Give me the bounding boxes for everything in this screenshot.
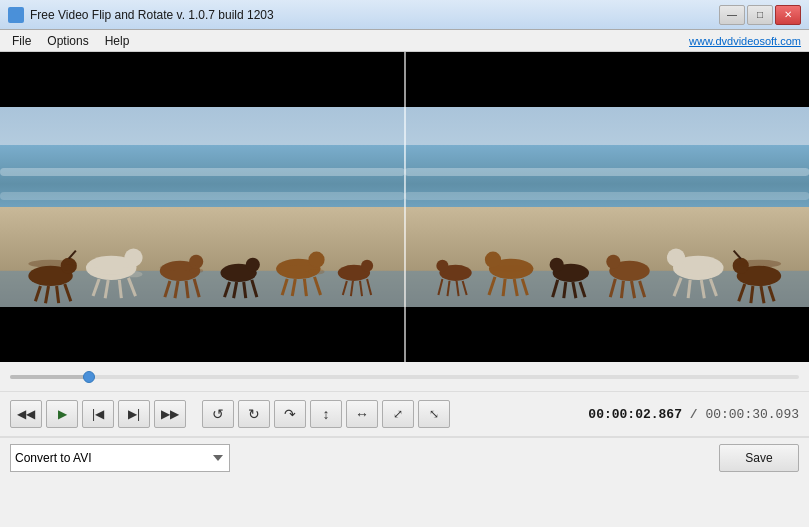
svg-point-73: [484, 251, 500, 267]
flip-diag-button[interactable]: ⤡: [418, 400, 450, 428]
minimize-button[interactable]: —: [719, 5, 745, 25]
save-button[interactable]: Save: [719, 444, 799, 472]
wave1-left: [0, 168, 405, 176]
menu-help[interactable]: Help: [97, 32, 138, 50]
play-button[interactable]: ▶: [46, 400, 78, 428]
svg-point-9: [124, 248, 142, 266]
time-current: 00:00:02.867: [588, 407, 682, 422]
video-area: [0, 52, 809, 362]
maximize-button[interactable]: □: [747, 5, 773, 25]
wave1-right: [405, 168, 810, 176]
svg-point-33: [361, 259, 373, 271]
flip-ccw-button[interactable]: ↺: [202, 400, 234, 428]
svg-line-5: [57, 285, 59, 302]
rotate-right-button[interactable]: ↷: [274, 400, 306, 428]
time-total: 00:00:30.093: [705, 407, 799, 422]
svg-line-18: [186, 280, 188, 297]
rewind-icon: ◀◀: [17, 407, 35, 421]
svg-point-55: [666, 248, 684, 266]
app-icon: [8, 7, 24, 23]
rewind-button[interactable]: ◀◀: [10, 400, 42, 428]
center-divider: [404, 52, 406, 362]
bottom-bar: Convert to AVIConvert to MP4Convert to M…: [0, 437, 809, 477]
menu-options[interactable]: Options: [39, 32, 96, 50]
flip-h-button[interactable]: ↔: [346, 400, 378, 428]
title-bar: Free Video Flip and Rotate v. 1.0.7 buil…: [0, 0, 809, 30]
next-frame-button[interactable]: ▶|: [118, 400, 150, 428]
prev-frame-icon: |◀: [92, 407, 104, 421]
flip-h-icon: ↔: [355, 406, 369, 422]
slider-area: [0, 362, 809, 392]
progress-thumb[interactable]: [83, 371, 95, 383]
svg-point-39: [61, 264, 77, 270]
flip-ccw-icon: ↺: [212, 406, 224, 422]
svg-point-79: [436, 259, 448, 271]
svg-line-53: [733, 250, 740, 258]
svg-point-61: [606, 254, 620, 268]
forward-icon: ▶▶: [161, 407, 179, 421]
menu-bar: File Options Help www.dvdvideosoft.com: [0, 30, 809, 52]
flip-v-button[interactable]: ↕: [310, 400, 342, 428]
svg-point-21: [246, 257, 260, 271]
rotate-right-icon: ↷: [284, 406, 296, 422]
progress-fill: [10, 375, 89, 379]
svg-line-30: [304, 278, 306, 295]
rotate-cw-button[interactable]: ↻: [238, 400, 270, 428]
svg-point-27: [308, 251, 324, 267]
svg-point-45: [308, 268, 324, 274]
svg-point-43: [189, 268, 203, 273]
progress-slider[interactable]: [10, 375, 799, 379]
svg-point-67: [549, 257, 563, 271]
svg-line-7: [69, 250, 76, 258]
forward-button[interactable]: ▶▶: [154, 400, 186, 428]
expand-icon: ⤢: [393, 407, 403, 421]
title-text: Free Video Flip and Rotate v. 1.0.7 buil…: [30, 8, 719, 22]
convert-format-select[interactable]: Convert to AVIConvert to MP4Convert to M…: [10, 444, 230, 472]
rotate-cw-icon: ↻: [248, 406, 260, 422]
close-button[interactable]: ✕: [775, 5, 801, 25]
window-controls: — □ ✕: [719, 5, 801, 25]
prev-frame-button[interactable]: |◀: [82, 400, 114, 428]
time-separator: /: [682, 407, 705, 422]
svg-line-24: [244, 281, 246, 297]
play-icon: ▶: [58, 407, 67, 421]
next-frame-icon: ▶|: [128, 407, 140, 421]
flip-v-icon: ↕: [323, 406, 330, 422]
controls-bar: ◀◀ ▶ |◀ ▶| ▶▶ ↺ ↻ ↷ ↕ ↔ ⤢ ⤡ 00:00:02.867…: [0, 392, 809, 437]
flip-diag-icon: ⤡: [429, 407, 439, 421]
svg-point-41: [124, 270, 142, 276]
expand-button[interactable]: ⤢: [382, 400, 414, 428]
svg-line-12: [119, 279, 121, 297]
menu-file[interactable]: File: [4, 32, 39, 50]
website-link[interactable]: www.dvdvideosoft.com: [689, 35, 801, 47]
time-display: 00:00:02.867 / 00:00:30.093: [588, 407, 799, 422]
